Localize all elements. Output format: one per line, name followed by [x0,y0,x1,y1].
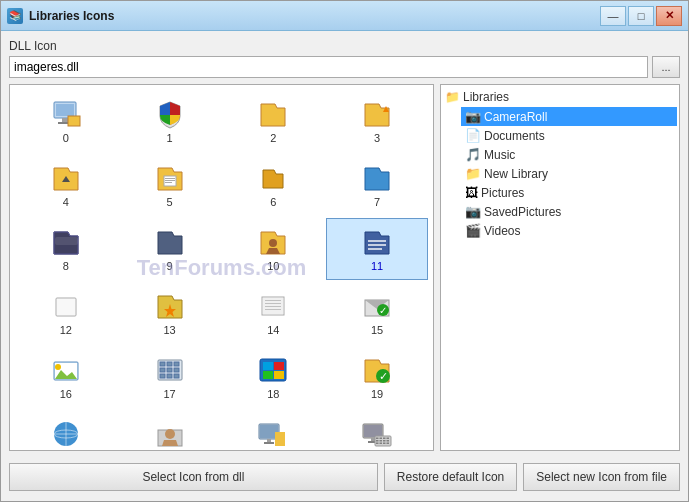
svg-rect-33 [265,300,281,301]
svg-text:✓: ✓ [379,305,387,316]
tree-item-label: SavedPictures [484,205,561,219]
tree-item-music[interactable]: 🎵Music [461,145,677,164]
close-button[interactable]: ✕ [656,6,682,26]
icon-cell-4[interactable]: 4 [16,155,116,215]
icon-image-21 [154,418,186,450]
tree-item-savedpictures[interactable]: 📷SavedPictures [461,202,677,221]
svg-rect-29 [57,299,75,315]
svg-rect-86 [383,440,386,442]
svg-rect-91 [387,443,390,445]
main-window: 📚 Libraries Icons — □ ✕ DLL Icon ... 012… [0,0,689,502]
svg-point-68 [165,429,175,439]
icon-number: 16 [60,388,72,400]
svg-point-44 [55,364,61,370]
icon-cell-17[interactable]: 17 [120,347,220,407]
svg-marker-69 [162,440,178,446]
icon-image-17 [154,354,186,386]
icon-cell-22[interactable]: 22 [224,411,324,450]
icon-cell-3[interactable]: 3 [327,91,427,151]
icon-cell-10[interactable]: 10 [224,219,324,279]
icon-image-23 [361,418,393,450]
icon-number: 15 [371,324,383,336]
svg-rect-36 [265,309,281,310]
svg-rect-1 [56,104,74,116]
tree-item-label: CameraRoll [484,110,547,124]
icon-cell-21[interactable]: 21 [120,411,220,450]
icon-cell-0[interactable]: 0 [16,91,116,151]
title-bar-left: 📚 Libraries Icons [7,8,114,24]
icon-cell-9[interactable]: 9 [120,219,220,279]
icon-cell-12[interactable]: 12 [16,283,116,343]
icon-cell-7[interactable]: 7 [327,155,427,215]
svg-rect-4 [68,116,80,126]
tree-item-videos[interactable]: 🎬Videos [461,221,677,240]
svg-rect-26 [368,244,386,246]
icon-cell-2[interactable]: 2 [224,91,324,151]
svg-rect-89 [380,443,383,445]
tree-item-new library[interactable]: 📁New Library [461,164,677,183]
tree-item-label: Videos [484,224,520,238]
main-panels: 01234567891011121314✓15161718✓1920212223… [9,84,680,451]
icon-cell-6[interactable]: 6 [224,155,324,215]
icon-image-16 [50,354,82,386]
icon-cell-23[interactable]: 23 [327,411,427,450]
icon-cell-1[interactable]: 1 [120,91,220,151]
svg-marker-24 [365,232,389,254]
select-dll-button[interactable]: Select Icon from dll [9,463,378,491]
icon-cell-8[interactable]: 8 [16,219,116,279]
restore-default-button[interactable]: Restore default Icon [384,463,517,491]
tree-view: 📁 Libraries 📷CameraRoll📄Documents🎵Music📁… [441,85,679,242]
icon-number: 8 [63,260,69,272]
icon-number: 2 [270,132,276,144]
icon-image-3 [361,98,393,130]
icon-number: 18 [267,388,279,400]
browse-button[interactable]: ... [652,56,680,78]
svg-rect-72 [267,439,271,442]
maximize-button[interactable]: □ [628,6,654,26]
icon-image-14 [257,290,289,322]
svg-marker-15 [263,170,283,188]
icon-image-13 [154,290,186,322]
tree-root: 📁 Libraries [443,87,677,107]
icon-image-8 [50,226,82,258]
icon-cell-18[interactable]: 18 [224,347,324,407]
icon-cell-14[interactable]: 14 [224,283,324,343]
svg-rect-51 [174,368,179,372]
tree-item-label: New Library [484,167,548,181]
icon-image-15: ✓ [361,290,393,322]
icon-cell-13[interactable]: 13 [120,283,220,343]
svg-rect-14 [165,182,172,183]
icon-cell-15[interactable]: ✓15 [327,283,427,343]
dll-label: DLL Icon [9,39,680,53]
svg-rect-88 [376,443,379,445]
bottom-bar: Select Icon from dll Restore default Ico… [9,457,680,493]
svg-rect-27 [368,248,382,250]
icon-image-5 [154,162,186,194]
icon-image-2 [257,98,289,130]
minimize-button[interactable]: — [600,6,626,26]
window-icon: 📚 [7,8,23,24]
tree-item-cameraroll[interactable]: 📷CameraRoll [461,107,677,126]
icon-image-9 [154,226,186,258]
dll-input[interactable] [9,56,648,78]
icon-cell-11[interactable]: 11 [327,219,427,279]
icon-number: 3 [374,132,380,144]
tree-item-documents[interactable]: 📄Documents [461,126,677,145]
icon-image-11 [361,226,393,258]
icon-cell-19[interactable]: ✓19 [327,347,427,407]
svg-rect-47 [167,362,172,366]
icon-cell-16[interactable]: 16 [16,347,116,407]
svg-point-22 [269,239,277,247]
title-bar: 📚 Libraries Icons — □ ✕ [1,1,688,31]
icon-cell-5[interactable]: 5 [120,155,220,215]
svg-text:✓: ✓ [379,370,388,382]
icon-number: 7 [374,196,380,208]
svg-rect-52 [160,374,165,378]
tree-children: 📷CameraRoll📄Documents🎵Music📁New Library🖼… [443,107,677,240]
icon-cell-20[interactable]: 20 [16,411,116,450]
svg-rect-48 [174,362,179,366]
tree-item-pictures[interactable]: 🖼Pictures [461,183,677,202]
select-new-icon-button[interactable]: Select new Icon from file [523,463,680,491]
libraries-icon: 📁 [445,90,460,104]
svg-rect-73 [264,442,274,444]
